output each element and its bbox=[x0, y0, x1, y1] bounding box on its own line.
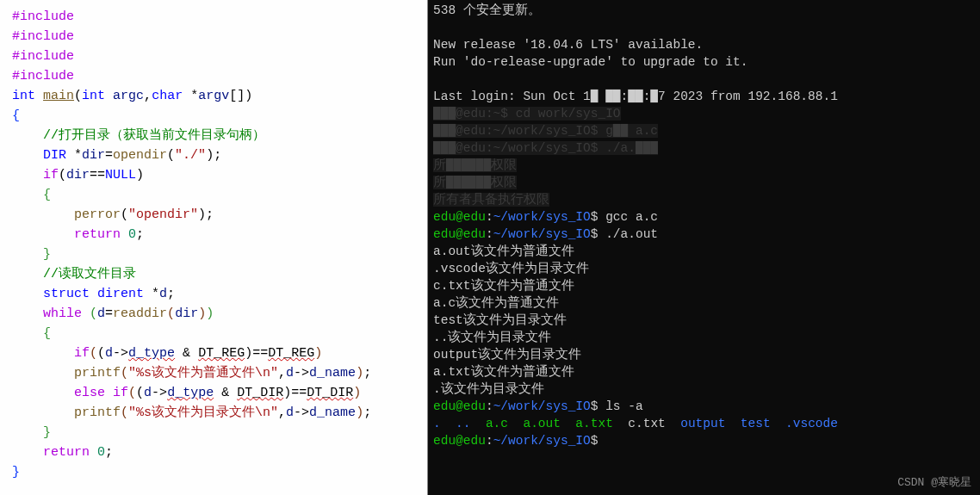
code-editor-pane[interactable]: #include #include #include #include int … bbox=[0, 0, 427, 495]
watermark-text: CSDN @寒晓星 bbox=[897, 474, 971, 492]
terminal-pane[interactable]: 538 个安全更新。 New release '18.04.6 LTS' ava… bbox=[427, 0, 980, 495]
